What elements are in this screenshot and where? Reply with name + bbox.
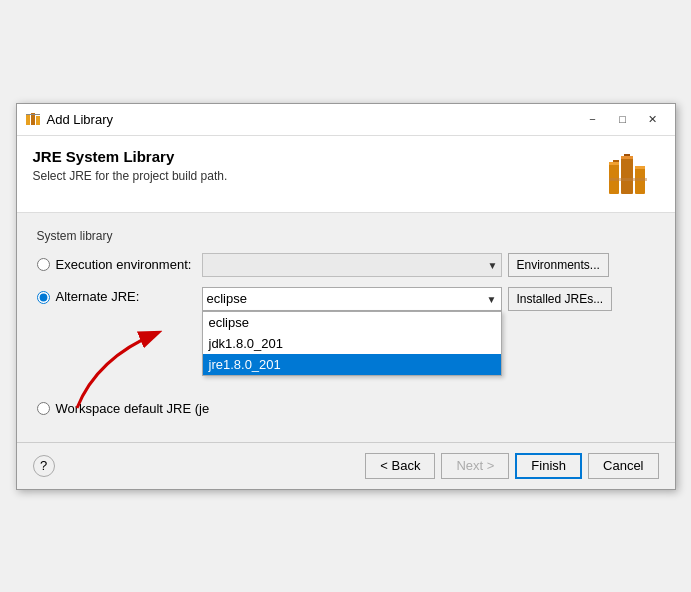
group-label: System library (37, 229, 655, 243)
footer: ? < Back Next > Finish Cancel (17, 442, 675, 489)
help-button[interactable]: ? (33, 455, 55, 477)
titlebar: Add Library − □ ✕ (17, 104, 675, 136)
dropdown-option-jre[interactable]: jre1.8.0_201 (203, 354, 501, 375)
svg-rect-10 (613, 160, 619, 162)
close-button[interactable]: ✕ (639, 109, 667, 129)
svg-rect-5 (609, 162, 619, 165)
titlebar-controls: − □ ✕ (579, 109, 667, 129)
page-title: JRE System Library (33, 148, 228, 165)
header-text: JRE System Library Select JRE for the pr… (33, 148, 228, 183)
books-icon (607, 148, 659, 200)
dropdown-list: eclipse jdk1.8.0_201 jre1.8.0_201 (202, 311, 502, 376)
minimize-button[interactable]: − (579, 109, 607, 129)
alt-jre-combo-area: eclipse ▼ eclipse jdk1.8.0_201 jre1.8.0_… (202, 287, 655, 311)
window-title: Add Library (47, 112, 113, 127)
execution-env-radio[interactable] (37, 258, 50, 271)
footer-left: ? (33, 455, 55, 477)
header-section: JRE System Library Select JRE for the pr… (17, 136, 675, 213)
alternate-jre-label: Alternate JRE: (56, 289, 196, 304)
exec-env-select[interactable] (202, 253, 502, 277)
execution-env-row: Execution environment: ▼ Environments... (37, 253, 655, 277)
execution-env-label: Execution environment: (56, 257, 196, 272)
alternate-jre-row: Alternate JRE: eclipse ▼ eclipse jdk1.8.… (37, 287, 655, 311)
installed-jres-button[interactable]: Installed JREs... (508, 287, 613, 311)
library-icon (25, 111, 41, 127)
page-subtitle: Select JRE for the project build path. (33, 169, 228, 183)
workspace-jre-label: Workspace default JRE (je (56, 401, 210, 416)
svg-rect-2 (36, 116, 40, 125)
svg-rect-3 (26, 114, 40, 115)
dropdown-arrow-icon: ▼ (487, 293, 497, 304)
svg-rect-7 (621, 156, 633, 159)
maximize-button[interactable]: □ (609, 109, 637, 129)
cancel-button[interactable]: Cancel (588, 453, 658, 479)
svg-rect-6 (621, 156, 633, 194)
workspace-jre-row: Workspace default JRE (je (37, 401, 655, 416)
alternate-jre-dropdown[interactable]: eclipse ▼ eclipse jdk1.8.0_201 jre1.8.0_… (202, 287, 502, 311)
content-area: System library Execution environment: ▼ … (17, 213, 675, 442)
environments-button[interactable]: Environments... (508, 253, 609, 277)
svg-rect-0 (26, 115, 30, 125)
svg-rect-9 (635, 166, 645, 169)
add-library-window: Add Library − □ ✕ JRE System Library Sel… (16, 103, 676, 490)
dropdown-option-jdk[interactable]: jdk1.8.0_201 (203, 333, 501, 354)
red-arrow-annotation (37, 298, 217, 418)
alternate-jre-radio[interactable] (37, 291, 50, 304)
dropdown-display[interactable]: eclipse ▼ (202, 287, 502, 311)
dropdown-option-eclipse[interactable]: eclipse (203, 312, 501, 333)
exec-env-select-wrapper: ▼ (202, 253, 502, 277)
svg-rect-12 (609, 178, 647, 181)
svg-rect-11 (624, 154, 630, 156)
back-button[interactable]: < Back (365, 453, 435, 479)
titlebar-left: Add Library (25, 111, 113, 127)
next-button[interactable]: Next > (441, 453, 509, 479)
finish-button[interactable]: Finish (515, 453, 582, 479)
dropdown-selected-text: eclipse (207, 291, 247, 306)
workspace-jre-radio[interactable] (37, 402, 50, 415)
footer-right: < Back Next > Finish Cancel (365, 453, 658, 479)
exec-env-combo-area: ▼ Environments... (202, 253, 655, 277)
